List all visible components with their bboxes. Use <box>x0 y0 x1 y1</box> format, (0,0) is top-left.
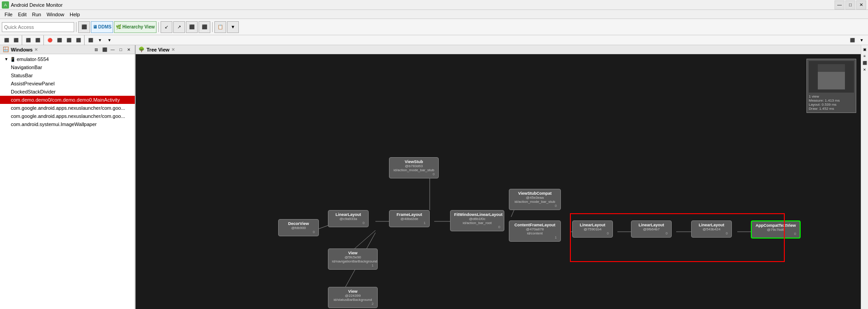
icon-btn-7[interactable]: ⬛ <box>64 36 73 44</box>
title-text: Android Device Monitor <box>11 2 835 8</box>
tree-item-nexus1[interactable]: com.google.android.apps.nexuslauncher/co… <box>0 104 135 112</box>
icon-btn-3[interactable]: ⬛ <box>24 36 33 44</box>
maximize-button[interactable]: □ <box>845 0 855 9</box>
preview-draw-label: Draw: 1.452 ms <box>809 107 854 111</box>
assistpreview-label: AssistPreviewPanel <box>11 81 55 86</box>
icon-btn-8[interactable]: ⬛ <box>74 36 83 44</box>
node-view-status-bg[interactable]: View @224399 id/statusBarBackground 2 <box>328 287 378 308</box>
wallpaper-label: com.android.systemui.ImageWallpaper <box>11 122 97 127</box>
close-button[interactable]: ✕ <box>856 0 866 9</box>
icon-btn-6[interactable]: ⬛ <box>55 36 64 44</box>
toolbar-btn-f[interactable]: ▼ <box>227 21 239 33</box>
panel-minimize-btn[interactable]: — <box>109 47 116 53</box>
emulator-label: emulator-5554 <box>17 56 49 62</box>
fl-count: 1 <box>393 221 426 225</box>
sidebar-btn-3[interactable]: ⬛ <box>862 60 868 66</box>
panel-close-btn[interactable]: ✕ <box>126 47 132 53</box>
toolbar-btn-b[interactable]: ↗ <box>173 21 185 33</box>
preview-layout-label: Layout: 0.539 ms <box>809 103 854 107</box>
icon-btn-4[interactable]: ⬛ <box>33 36 42 44</box>
vs-id: @b783d63 <box>393 164 435 168</box>
canvas-area[interactable]: DecorView @fdb900 0 LinearLayout @c9a933… <box>136 54 861 309</box>
view1-count: 1 <box>332 263 374 267</box>
view1-id: @5fc5e90 <box>332 255 374 259</box>
hierarchy-view-button[interactable]: 🌿 Hierarchy View <box>114 21 157 33</box>
menu-file[interactable]: File <box>2 11 15 18</box>
node-appcompat-textview[interactable]: AppCompatTextView @79c7bd6 0 <box>751 220 801 239</box>
tree-item-docked[interactable]: DockedStackDivider <box>0 88 135 96</box>
ddms-icon: 🖥 <box>93 24 97 29</box>
decor-view-id: @fdb900 <box>282 226 315 230</box>
node-linear-layout-4[interactable]: LinearLayout @543b424 0 <box>691 220 732 238</box>
node-content-frame[interactable]: ContentFrameLayout @470a878 id/content 1 <box>509 220 561 242</box>
connect-btn[interactable]: ⬛ <box>101 47 108 53</box>
separator-3 <box>212 22 213 32</box>
node-view-navbar-bg[interactable]: View @5fc5e90 id/navigationBarBackground… <box>328 248 378 270</box>
menu-help[interactable]: Help <box>67 11 83 18</box>
ll1-count: 0 <box>332 221 365 225</box>
main-layout: 🪟 Windows ✕ ⊞ ⬛ — □ ✕ ▼ 📱 emulator-5554 … <box>0 45 868 309</box>
node-view-stub-compat[interactable]: ViewStubCompat @45e3eaa id/action_mode_b… <box>509 189 561 210</box>
icon-btn-10[interactable]: ▼ <box>95 36 104 44</box>
vs-count: 0 <box>393 172 435 176</box>
sidebar-btn-2[interactable]: ≡ <box>862 53 868 59</box>
node-fit-windows[interactable]: FitWindowsLinearLayout @d6b1f0c id/actio… <box>450 210 504 231</box>
node-frame-layout[interactable]: FrameLayout @48bd2de 1 <box>389 210 430 227</box>
tree-item-nexus2[interactable]: com.google.android.apps.nexuslauncher/co… <box>0 112 135 120</box>
node-linear-layout-1[interactable]: LinearLayout @c9a933a 0 <box>328 210 369 227</box>
quick-access-input[interactable] <box>2 22 74 32</box>
tree-item-statusbar[interactable]: StatusBar <box>0 71 135 80</box>
title-controls: — □ ✕ <box>835 0 866 9</box>
app-icon: A <box>2 1 9 9</box>
menu-window[interactable]: Window <box>44 11 67 18</box>
icon-btn-2[interactable]: ⬛ <box>11 36 20 44</box>
decor-view-count: 0 <box>282 230 315 234</box>
ddms-button[interactable]: 🖥 DDMS <box>91 21 113 33</box>
minimize-button[interactable]: — <box>835 0 844 9</box>
icon-btn-12[interactable]: ⬛ <box>848 36 857 44</box>
new-window-btn[interactable]: ⊞ <box>93 47 100 53</box>
main-toolbar: ⬛ 🖥 DDMS 🌿 Hierarchy View ↙ ↗ ⬛ ⬛ 📋 ▼ <box>0 19 868 35</box>
sidebar-btn-4[interactable]: ✕ <box>862 66 868 73</box>
device-icon: 📱 <box>10 57 15 62</box>
ddms-label: DDMS <box>98 24 111 29</box>
toolbar-btn-a[interactable]: ↙ <box>161 21 172 33</box>
icon-btn-5[interactable]: 🔴 <box>45 36 54 44</box>
toolbar-btn-d[interactable]: ⬛ <box>199 21 210 33</box>
node-linear-layout-3[interactable]: LinearLayout @9fb64b7 0 <box>631 220 672 238</box>
toolbar-icon-btn-1[interactable]: ⬛ <box>78 21 90 33</box>
atv-id: @79c7bd6 <box>755 228 796 232</box>
tree-item-navbar[interactable]: NavigationBar <box>0 63 135 71</box>
preview-views-label: 1 view <box>809 94 854 98</box>
tree-item-wallpaper[interactable]: com.android.systemui.ImageWallpaper <box>0 120 135 128</box>
tree-item-assistpreview[interactable]: AssistPreviewPanel <box>0 80 135 88</box>
vs-sub: id/action_mode_bar_stub <box>393 168 435 172</box>
panel-maximize-btn[interactable]: □ <box>118 47 124 53</box>
menu-run[interactable]: Run <box>29 11 44 18</box>
vsc-title: ViewStubCompat <box>513 191 557 196</box>
tree-view-header: 🌳 Tree View ✕ <box>136 45 861 54</box>
node-linear-layout-2[interactable]: LinearLayout @75901b4 0 <box>572 220 613 238</box>
ll1-id: @c9a933a <box>332 217 365 221</box>
node-view-stub[interactable]: ViewStub @b783d63 id/action_mode_bar_stu… <box>389 157 439 178</box>
sidebar-btn-1[interactable]: ▣ <box>862 46 868 52</box>
toolbar-btn-e[interactable]: 📋 <box>214 21 226 33</box>
icon-btn-13[interactable]: ▼ <box>857 36 866 44</box>
menu-edit[interactable]: Edit <box>15 11 29 18</box>
tree-item-mainactivity[interactable]: com.demo.demo0/com.demo.demo0.MainActivi… <box>0 96 135 104</box>
vsc-id: @45e3eaa <box>513 196 557 200</box>
separator-2 <box>158 22 159 32</box>
vsc-count: 0 <box>513 204 557 208</box>
icon-btn-11[interactable]: ▼ <box>105 36 114 44</box>
toolbar-btn-c[interactable]: ⬛ <box>186 21 198 33</box>
cf-count: 1 <box>513 235 557 239</box>
ll3-count: 0 <box>635 231 668 235</box>
view2-sub: id/statusBarBackground <box>332 298 374 302</box>
windows-icon: 🪟 <box>3 47 9 52</box>
ll2-title: LinearLayout <box>576 223 609 227</box>
tree-root-emulator[interactable]: ▼ 📱 emulator-5554 <box>0 55 135 63</box>
icon-btn-1[interactable]: ⬛ <box>2 36 11 44</box>
node-decor-view[interactable]: DecorView @fdb900 0 <box>278 219 319 236</box>
icon-btn-9[interactable]: ⬛ <box>86 36 95 44</box>
title-bar: A Android Device Monitor — □ ✕ <box>0 0 868 10</box>
